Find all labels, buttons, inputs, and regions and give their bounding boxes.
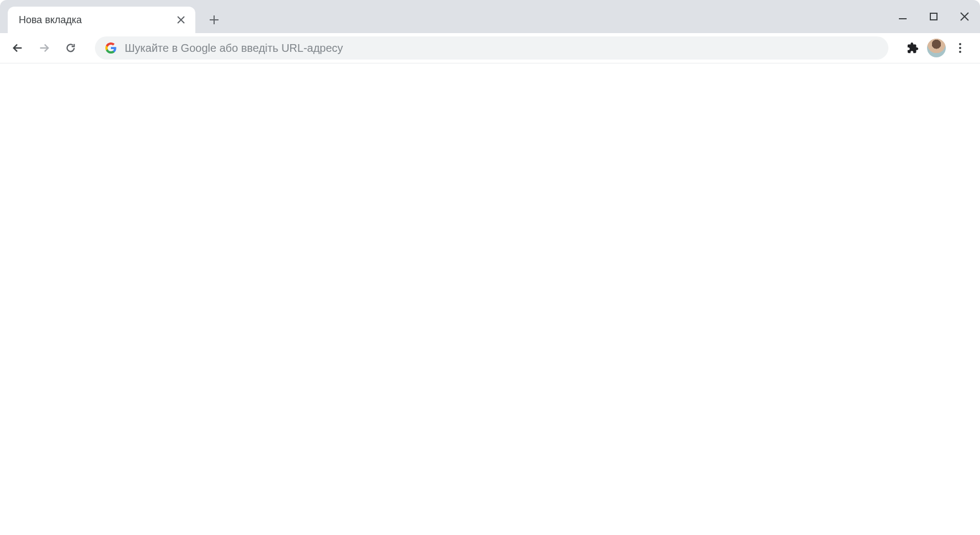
close-icon — [177, 16, 185, 24]
omnibox[interactable] — [95, 36, 888, 60]
menu-button[interactable] — [949, 37, 971, 59]
arrow-left-icon — [12, 42, 24, 54]
minimize-icon — [898, 12, 908, 22]
address-input[interactable] — [125, 42, 878, 55]
reload-button[interactable] — [58, 36, 83, 60]
close-window-button[interactable] — [949, 0, 980, 33]
new-tab-button[interactable] — [203, 9, 225, 31]
forward-button — [32, 36, 56, 60]
maximize-icon — [929, 12, 938, 21]
minimize-button[interactable] — [887, 0, 918, 33]
window-controls — [887, 0, 980, 33]
tab-title: Нова вкладка — [19, 14, 174, 26]
puzzle-icon — [907, 42, 919, 54]
toolbar-right — [902, 37, 971, 59]
arrow-right-icon — [38, 42, 50, 54]
tab-active[interactable]: Нова вкладка — [8, 7, 195, 33]
reload-icon — [65, 42, 77, 54]
profile-avatar[interactable] — [927, 39, 946, 57]
plus-icon — [209, 15, 219, 25]
svg-point-1 — [959, 43, 961, 45]
toolbar — [0, 33, 980, 63]
google-icon — [105, 42, 117, 54]
maximize-button[interactable] — [918, 0, 949, 33]
close-tab-button[interactable] — [174, 13, 188, 26]
back-button[interactable] — [6, 36, 30, 60]
tab-strip: Нова вкладка — [0, 0, 980, 33]
close-icon — [960, 12, 970, 22]
svg-rect-0 — [930, 13, 937, 20]
extensions-button[interactable] — [902, 37, 924, 59]
svg-point-3 — [959, 51, 961, 53]
svg-point-2 — [959, 47, 961, 49]
dots-vertical-icon — [955, 42, 966, 54]
